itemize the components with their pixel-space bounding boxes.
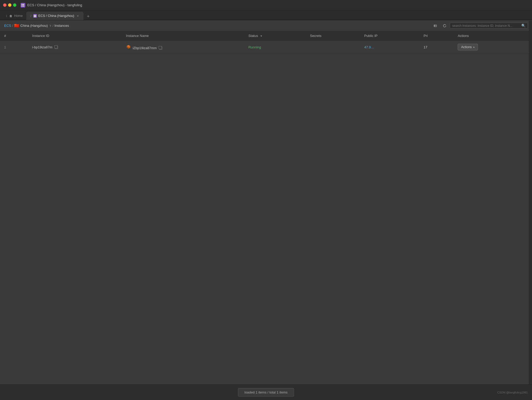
right-sidebar <box>529 21 532 384</box>
add-tab-button[interactable]: + <box>85 13 92 20</box>
instance-type-icon <box>126 44 131 49</box>
search-input[interactable] <box>452 24 520 28</box>
cell-instance-id: i-bp19iza87m <box>28 41 122 54</box>
col-num: # <box>0 31 28 41</box>
app-icon <box>21 3 25 8</box>
cell-actions: Actions ▾ <box>453 41 532 54</box>
actions-label: Actions <box>461 45 472 49</box>
minimize-button[interactable] <box>8 3 11 7</box>
copy-instance-name-icon[interactable] <box>159 47 162 50</box>
window-title: ECS / China (Hangzhou) - tangfuling <box>27 3 82 7</box>
refresh-button[interactable] <box>441 22 448 29</box>
home-icon <box>9 14 12 18</box>
instance-name-text: iZbp19iza87mm <box>133 46 157 50</box>
breadcrumb: ECS / 🇨🇳 China (Hangzhou) ∨ / Instances <box>4 23 430 28</box>
col-instance-name: Instance Name <box>122 31 244 41</box>
cell-status: Running <box>244 41 306 54</box>
col-actions: Actions <box>453 31 532 41</box>
footer-status-badge: loaded 1 items / total 1 items <box>238 388 294 397</box>
tab-home-num: 1 <box>6 14 7 17</box>
col-instance-id: Instance ID <box>28 31 122 41</box>
svg-rect-3 <box>23 5 24 7</box>
table-row: 1 i-bp19iza87m <box>0 41 532 54</box>
footer-status-text: loaded 1 items / total 1 items <box>244 390 287 394</box>
svg-rect-5 <box>35 15 36 16</box>
footer-credit: CSDN @tangfuling1991 <box>497 391 528 394</box>
svg-rect-7 <box>35 16 36 17</box>
back-button[interactable] <box>432 22 439 29</box>
tab-ecs-num: 2 <box>30 14 31 17</box>
table-container: # Instance ID Instance Name Status ▼ Sec… <box>0 31 532 54</box>
svg-rect-2 <box>22 5 23 7</box>
search-container: 🔍 <box>450 23 528 29</box>
instance-id-text: i-bp19iza87m <box>32 45 53 49</box>
tab-bar: 1 Home 2 ECS / China (Hangzhou) ✕ + <box>0 10 532 20</box>
title-bar: ECS / China (Hangzhou) - tangfuling <box>0 0 532 10</box>
actions-button[interactable]: Actions ▾ <box>458 44 478 50</box>
tab-ecs[interactable]: 2 ECS / China (Hangzhou) ✕ <box>26 12 83 20</box>
cell-num: 1 <box>0 41 28 54</box>
ecs-icon <box>33 14 37 18</box>
table-header-row: # Instance ID Instance Name Status ▼ Sec… <box>0 31 532 41</box>
status-filter-icon[interactable]: ▼ <box>260 35 263 37</box>
tab-ecs-close[interactable]: ✕ <box>76 14 80 18</box>
cell-instance-name: iZbp19iza87mm <box>122 41 244 54</box>
svg-rect-0 <box>22 4 23 5</box>
svg-rect-1 <box>23 4 24 5</box>
region-dropdown-icon[interactable]: ∨ <box>49 24 51 27</box>
breadcrumb-instances: Instances <box>55 24 69 28</box>
tab-home-label: Home <box>14 14 23 18</box>
tab-ecs-label: ECS / China (Hangzhou) <box>38 14 74 18</box>
search-icon: 🔍 <box>521 24 525 28</box>
actions-chevron-icon: ▾ <box>473 46 475 49</box>
tab-home[interactable]: 1 Home <box>2 12 26 20</box>
copy-instance-id-icon[interactable] <box>55 46 58 49</box>
svg-rect-6 <box>34 16 35 17</box>
col-pri: Pri <box>419 31 453 41</box>
china-flag: 🇨🇳 <box>14 23 19 28</box>
nav-bar: ECS / 🇨🇳 China (Hangzhou) ∨ / Instances … <box>0 20 532 31</box>
breadcrumb-sep-2: / <box>53 24 54 28</box>
col-secrets: Secrets <box>306 31 360 41</box>
footer: loaded 1 items / total 1 items CSDN @tan… <box>0 384 532 400</box>
cell-secrets <box>306 41 360 54</box>
instances-table: # Instance ID Instance Name Status ▼ Sec… <box>0 31 532 54</box>
breadcrumb-ecs[interactable]: ECS <box>4 24 11 28</box>
cell-pri: 17 <box>419 41 453 54</box>
nav-actions <box>432 22 448 29</box>
cell-public-ip: 47.9… <box>360 41 419 54</box>
col-status: Status ▼ <box>244 31 306 41</box>
col-public-ip: Public IP <box>360 31 419 41</box>
breadcrumb-sep-1: / <box>12 24 13 28</box>
maximize-button[interactable] <box>13 3 16 7</box>
svg-rect-4 <box>34 15 35 16</box>
traffic-lights <box>3 3 16 7</box>
breadcrumb-region: China (Hangzhou) <box>20 24 48 28</box>
close-button[interactable] <box>3 3 7 7</box>
